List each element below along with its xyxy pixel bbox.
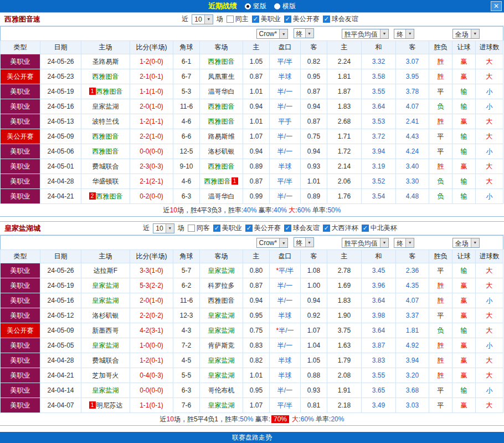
home-team-name[interactable]: 皇家盐湖 [92,386,119,394]
league-checkbox[interactable]: 中北美杯 [362,223,397,233]
column-header: 客 [301,250,327,263]
chevron-down-icon: ▼ [405,29,414,38]
close-icon[interactable]: ✕ [491,1,502,11]
match-date: 24-05-13 [40,114,81,129]
result-cell: 负 [429,99,452,114]
away-team-name[interactable]: 皇家盐湖 [208,327,235,334]
home-team-name[interactable]: 波特兰伐 [92,118,119,125]
score-cell: 4-2(3-1) [130,323,173,338]
home-team-name[interactable]: 费城联合 [92,357,119,364]
euro-draw-odds: 3.64 [362,323,396,338]
horizontal-layout-radio[interactable]: 横版 [274,2,296,11]
bookmaker-stage-select[interactable]: 终▼ [294,237,314,247]
away-team-name[interactable]: 肯萨斯竞 [208,342,235,349]
same-venue-checkbox[interactable]: 同客 [188,223,210,233]
league-type-cell: 美职业 [1,293,40,308]
league-trend-tab[interactable]: 联赛盘路走势 [0,432,504,443]
league-checkbox[interactable]: 大西洋杯 [323,223,358,233]
asia-home-odds: 1.01 [243,368,270,383]
home-team-name[interactable]: 新墨西哥 [92,327,119,334]
away-team-name[interactable]: 西雅图音 [208,297,235,304]
same-venue-checkbox[interactable]: 同主 [227,14,249,24]
home-team-name[interactable]: 西雅图音 [92,73,119,80]
away-team-name[interactable]: 皇家盐湖 [208,401,235,409]
match-date: 24-05-09 [40,129,81,144]
away-team-cell: 路易斯维 [200,129,243,144]
away-team-name[interactable]: 皇家盐湖 [208,357,235,364]
bookmaker-select[interactable]: Crow*▼ [256,238,289,248]
asia-away-odds: 0.81 [301,398,327,413]
rank-badge: 2 [89,192,96,200]
away-team-name[interactable]: 西雅图音 [204,177,231,185]
match-scope-select[interactable]: 全场▼ [452,238,480,248]
match-row: 美职业 24-05-06 西雅图音 0-0(0-0) 12-5 洛杉矶银 0.9… [1,144,503,159]
league-checkbox[interactable]: 美公开赛 [284,14,320,24]
home-team-name[interactable]: 皇家盐湖 [92,342,119,349]
home-team-name[interactable]: 圣路易斯 [92,58,119,65]
home-team-name[interactable]: 皇家盐湖 [92,282,119,289]
home-team-name[interactable]: 明尼苏达 [96,401,123,409]
euro-home-odds: 1.72 [327,144,362,159]
home-team-name[interactable]: 洛杉矶银 [92,312,119,319]
league-checkbox[interactable]: 球会友谊 [284,223,320,233]
handicap-value: 半/一 [277,297,292,304]
league-checkbox[interactable]: 美公开赛 [245,223,281,233]
odds-stage-select[interactable]: 终▼ [394,29,414,39]
odds-stage-select[interactable]: 终▼ [394,238,414,248]
odds-average-select[interactable]: 胜平负均值▼ [342,29,389,39]
recent-count-select[interactable]: 10▼ [153,223,174,233]
league-checkbox[interactable]: 球会友谊 [323,14,358,24]
recent-count-select[interactable]: 10▼ [192,14,213,24]
home-team-name[interactable]: 西雅图音 [96,192,123,200]
goals-cell: 小 [476,99,503,114]
home-team-name[interactable]: 西雅图音 [96,88,123,95]
home-team-cell: 皇家盐湖 [81,293,130,308]
away-team-name[interactable]: 皇家盐湖 [208,371,235,379]
odds-average-select[interactable]: 胜平负均值▼ [342,238,389,248]
home-team-cell: 2西雅图音 [81,189,130,204]
away-team-name[interactable]: 西雅图音 [208,162,235,170]
home-team-name[interactable]: 西雅图音 [92,133,119,140]
bookmaker-stage-select[interactable]: 终▼ [294,28,314,38]
handicap-result-cell: 赢 [452,338,476,353]
match-row: 美职业 24-05-26 达拉斯F 3-3(1-0) 5-7 皇家盐湖 0.80… [1,263,503,278]
checkbox-icon [284,16,291,23]
corner-cell: 5-3 [173,84,200,99]
handicap-value: 平手 [279,118,292,125]
league-checkbox[interactable]: 美职业 [252,14,281,24]
euro-away-odds: 4.35 [396,278,429,293]
home-team-name[interactable]: 皇家盐湖 [92,297,119,304]
away-team-name[interactable]: 洛杉矶银 [208,147,235,155]
away-team-name[interactable]: 皇家盐湖 [208,267,235,274]
away-team-name[interactable]: 凤凰重生 [208,73,235,80]
team-title: 西雅图音速 [4,14,40,24]
home-team-name[interactable]: 华盛顿联 [92,177,119,185]
bookmaker-select[interactable]: Crow*▼ [256,29,289,39]
vertical-layout-radio[interactable]: 竖版 [245,2,266,11]
away-team-name[interactable]: 西雅图音 [208,58,235,65]
away-team-name[interactable]: 西雅图音 [208,118,235,125]
home-team-name[interactable]: 西雅图音 [92,147,119,155]
league-checkbox[interactable]: 美职业 [213,223,242,233]
away-team-name[interactable]: 路易斯维 [208,133,235,140]
home-team-name[interactable]: 皇家盐湖 [92,103,119,110]
euro-home-odds: 1.69 [327,278,362,293]
euro-away-odds: 3.20 [396,368,429,383]
away-team-name[interactable]: 西雅图音 [208,103,235,110]
euro-draw-odds: 3.19 [362,159,396,174]
home-team-cell: 费城联合 [81,159,130,174]
home-team-name[interactable]: 达拉斯F [94,267,117,274]
away-team-name[interactable]: 科罗拉多 [208,282,235,289]
away-team-name[interactable]: 皇家盐湖 [208,312,235,319]
home-team-cell: 费城联合 [81,353,130,368]
summary-part: 大 [289,206,295,214]
away-team-name[interactable]: 哥伦布机 [208,386,235,394]
away-team-name[interactable]: 温哥华白 [208,192,235,200]
horizontal-layout-label: 横版 [282,2,296,11]
goals-cell: 大 [476,114,503,129]
home-team-name[interactable]: 费城联合 [92,162,119,170]
handicap-value: 半球 [279,312,292,319]
away-team-name[interactable]: 温哥华白 [208,88,235,95]
match-scope-select[interactable]: 全场▼ [452,29,480,39]
home-team-name[interactable]: 芝加哥火 [92,371,119,379]
